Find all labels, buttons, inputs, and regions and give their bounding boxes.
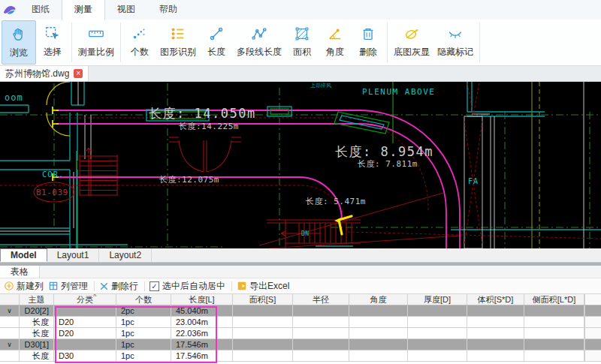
column-header-4[interactable]: 长度[L]	[171, 294, 233, 305]
cell-4-6	[349, 350, 408, 361]
cell-3-3: 17.546m	[171, 339, 233, 350]
vent-label: 上部排风	[310, 83, 331, 89]
table-scroll-gutter[interactable]	[584, 350, 601, 361]
table-scroll-gutter[interactable]	[584, 339, 601, 350]
plus-circle-icon	[4, 281, 14, 291]
cad-viewport[interactable]: oomCOR.B1-039PLENUM ABOVEFADN上部排风长度: 14.…	[0, 82, 601, 248]
cell-3-9	[524, 339, 584, 350]
count-dots-icon	[131, 24, 148, 44]
cell-0-0: D20[2]	[20, 305, 54, 316]
table-row-0[interactable]: ∨D20[2]2pc45.040m	[0, 305, 601, 317]
column-header-7[interactable]: 角度	[349, 294, 408, 305]
ribbon-button-shape-recognition[interactable]: 图形识别	[156, 20, 200, 65]
table-row-2[interactable]: 长度D201pc22.036m	[0, 328, 601, 339]
table-scroll-gutter[interactable]	[584, 294, 601, 305]
column-header-6[interactable]: 半径	[293, 294, 349, 305]
cell-1-9	[524, 317, 584, 327]
ribbon-button-polyline-length[interactable]: 多段线长度	[233, 20, 285, 65]
menu-tab-help[interactable]: 帮助	[147, 0, 189, 20]
dn-label: DN	[301, 230, 310, 237]
document-tab[interactable]: 苏州博物馆.dwg×	[0, 66, 89, 81]
cell-1-2: 1pc	[116, 317, 171, 327]
toolbar-separator	[94, 281, 95, 291]
toolbar-item-0[interactable]: 新建列	[4, 280, 44, 293]
panel-title-bar: 表格	[0, 266, 601, 278]
row-expander-icon[interactable]: ∨	[0, 305, 20, 316]
menu-tab-drawing[interactable]: 图纸	[20, 0, 62, 20]
ribbon-button-basemap-gray[interactable]: 底图灰显	[390, 20, 433, 65]
ribbon-button-hand[interactable]: 浏览	[2, 20, 36, 65]
table-scroll-gutter[interactable]	[584, 328, 601, 338]
app-logo-icon[interactable]	[0, 2, 20, 20]
toolbar-separator	[231, 281, 232, 291]
row-expander-icon	[0, 317, 20, 327]
cell-0-3: 45.040m	[171, 305, 233, 316]
measurement-label-1: 长度:14.225m	[178, 122, 239, 131]
ribbon-button-trash[interactable]: 删除	[352, 20, 385, 65]
toolbar-item-4[interactable]: 导出Excel	[237, 280, 289, 293]
angle-icon	[327, 24, 343, 44]
ribbon-button-angle[interactable]: 角度	[319, 20, 352, 65]
trash-icon	[360, 24, 376, 44]
auto-center-checkbox[interactable]: ✓	[149, 281, 159, 291]
ribbon-button-ruler[interactable]: 测量比例	[74, 20, 118, 65]
layout-tab-model[interactable]: Model	[0, 248, 47, 262]
cell-3-6	[349, 339, 408, 350]
column-header-2[interactable]: 分类^	[54, 294, 116, 305]
cell-4-1: D30	[54, 350, 116, 361]
cell-0-7	[408, 305, 467, 316]
table-row-4[interactable]: 长度D301pc17.546m	[0, 350, 601, 362]
cell-3-0: D30[1]	[20, 339, 54, 350]
measurement-label-3: 长度: 7.811m	[357, 159, 418, 169]
column-header-1[interactable]: 主题	[20, 294, 54, 305]
column-header-5[interactable]: 面积[S]	[233, 294, 293, 305]
ribbon-button-select-cursor[interactable]: 选择	[36, 20, 69, 65]
column-header-8[interactable]: 厚度[D]	[408, 294, 467, 305]
cell-4-5	[293, 350, 349, 361]
cell-1-7	[408, 317, 467, 327]
ribbon-button-label: 选择	[44, 46, 62, 59]
table-scroll-gutter[interactable]	[584, 317, 601, 327]
table-header-row: 主题分类^个数长度[L]面积[S]半径角度厚度[D]体积[S*D]侧面积[L*D…	[0, 294, 601, 305]
column-header-9[interactable]: 体积[S*D]	[467, 294, 524, 305]
cell-0-4	[233, 305, 293, 316]
ribbon-button-label: 隐藏标记	[437, 46, 473, 59]
layout-tab-layout1[interactable]: Layout1	[47, 248, 100, 262]
column-header-3[interactable]: 个数	[116, 294, 171, 305]
cell-3-1	[54, 339, 116, 350]
ribbon-button-label: 长度	[207, 46, 225, 59]
table-panel-tab[interactable]: 表格	[0, 266, 40, 278]
ribbon-button-area-hatch[interactable]: 面积	[285, 20, 319, 65]
toolbar-item-2[interactable]: 删除行	[99, 280, 138, 293]
close-tab-icon[interactable]: ×	[74, 69, 83, 78]
menu-tab-view[interactable]: 视图	[105, 0, 147, 20]
table-row-3[interactable]: ∨D30[1]1pc17.546m	[0, 339, 601, 350]
menu-bar: 图纸测量视图帮助	[0, 0, 601, 20]
ribbon-toolbar: 浏览选择测量比例个数图形识别长度多段线长度面积角度删除底图灰显隐藏标记	[0, 20, 601, 66]
menu-tab-measure[interactable]: 测量	[62, 0, 105, 20]
measurement-label-4: 长度:12.075m	[159, 175, 219, 185]
cell-3-4	[233, 339, 293, 350]
ribbon-button-label: 底图灰显	[394, 46, 430, 59]
excel-icon	[237, 281, 247, 291]
cell-2-9	[524, 328, 584, 338]
cell-4-2: 1pc	[116, 350, 171, 361]
row-expander-icon[interactable]: ∨	[0, 339, 20, 350]
cell-1-8	[467, 317, 524, 327]
table-row-1[interactable]: 长度D201pc23.004m	[0, 317, 601, 328]
column-header-10[interactable]: 侧面积[L*D]	[524, 294, 584, 305]
toolbar-item-1[interactable]: 列管理	[48, 280, 88, 293]
shape-recognition-icon	[170, 24, 186, 44]
toolbar-item-3[interactable]: ✓选中后自动居中	[149, 280, 225, 293]
basemap-gray-icon	[403, 24, 421, 44]
ruler-icon	[87, 24, 105, 44]
ribbon-group-separator	[120, 23, 121, 62]
layout-tab-layout2[interactable]: Layout2	[99, 248, 152, 262]
ribbon-button-label: 图形识别	[160, 46, 196, 59]
ribbon-button-label: 个数	[131, 46, 149, 59]
ribbon-button-hide-marks[interactable]: 隐藏标记	[433, 20, 477, 65]
toolbar-item-label: 导出Excel	[249, 280, 289, 293]
ribbon-button-length-line[interactable]: 长度	[200, 20, 233, 65]
ribbon-button-count-dots[interactable]: 个数	[123, 20, 156, 65]
table-scroll-gutter[interactable]	[584, 305, 601, 316]
